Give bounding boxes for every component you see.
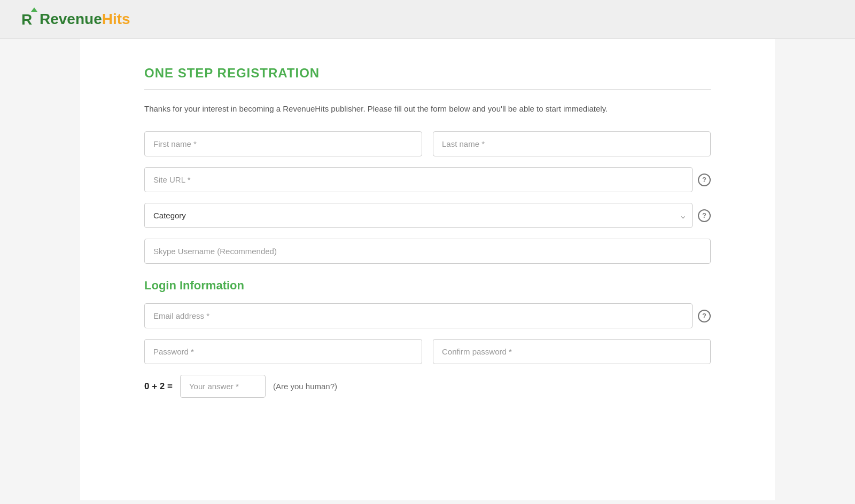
- name-row: [144, 131, 711, 156]
- captcha-row: 0 + 2 = (Are you human?): [144, 375, 711, 398]
- skype-input[interactable]: [144, 239, 711, 264]
- last-name-input[interactable]: [433, 131, 711, 156]
- logo-hits-text: Hits: [102, 11, 130, 28]
- category-select-wrapper: Category Blog News Shopping Technology E…: [144, 203, 693, 228]
- logo-revenue-text: Revenue: [40, 11, 102, 28]
- site-url-help-icon[interactable]: ?: [698, 174, 711, 186]
- last-name-group: [433, 131, 711, 156]
- login-section-title: Login Information: [144, 279, 711, 293]
- captcha-input[interactable]: [180, 375, 266, 398]
- email-help-icon[interactable]: ?: [698, 310, 711, 322]
- captcha-hint: (Are you human?): [273, 382, 337, 391]
- email-group: ?: [144, 303, 711, 328]
- description-text: Thanks for your interest in becoming a R…: [144, 103, 711, 115]
- svg-text:R: R: [21, 11, 32, 28]
- page-title: ONE STEP REGISTRATION: [144, 66, 711, 81]
- logo: R RevenueHits: [21, 10, 834, 29]
- confirm-password-input[interactable]: [433, 339, 711, 364]
- confirm-password-group: [433, 339, 711, 364]
- category-help-icon[interactable]: ?: [698, 209, 711, 222]
- email-input[interactable]: [144, 303, 693, 328]
- password-group: [144, 339, 422, 364]
- logo-icon: R: [21, 7, 38, 29]
- section-divider: [144, 89, 711, 90]
- password-row: [144, 339, 711, 364]
- header: R RevenueHits: [0, 0, 855, 39]
- site-url-input[interactable]: [144, 167, 693, 192]
- skype-row: [144, 239, 711, 264]
- password-input[interactable]: [144, 339, 422, 364]
- category-group: Category Blog News Shopping Technology E…: [144, 203, 711, 228]
- first-name-group: [144, 131, 422, 156]
- first-name-input[interactable]: [144, 131, 422, 156]
- category-select[interactable]: Category Blog News Shopping Technology E…: [144, 203, 693, 228]
- captcha-equation: 0 + 2 =: [144, 381, 173, 392]
- site-url-group: ?: [144, 167, 711, 192]
- main-content: ONE STEP REGISTRATION Thanks for your in…: [80, 39, 775, 500]
- skype-group: [144, 239, 711, 264]
